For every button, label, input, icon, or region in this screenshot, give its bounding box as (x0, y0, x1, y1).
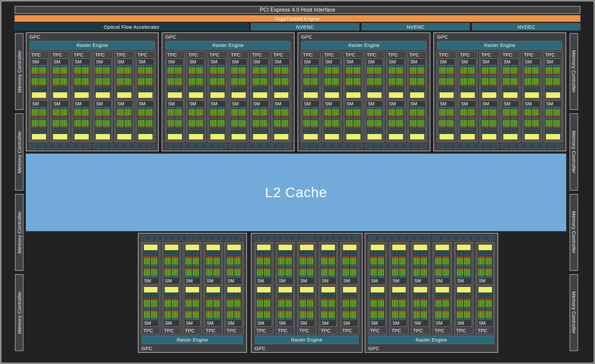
texture-unit (218, 90, 221, 91)
sm-block: SM (481, 58, 498, 99)
sm-label: SM (371, 278, 384, 284)
red-bar (278, 298, 285, 300)
sm-block: SM (387, 58, 405, 99)
red-bar (375, 74, 382, 75)
cache-bar (189, 65, 196, 67)
sm-label: SM (546, 59, 560, 65)
sm-block: SM (341, 285, 358, 327)
sm-partition (346, 65, 353, 87)
sm-partition (96, 65, 102, 87)
yellow-block (96, 134, 110, 140)
texture-unit-row (227, 251, 241, 253)
texture-unit (546, 131, 549, 133)
core-array-block (350, 258, 357, 265)
texture-unit-row (185, 251, 199, 253)
sm-partition (435, 256, 442, 278)
texture-unit (61, 90, 63, 91)
texture-unit (210, 294, 213, 295)
texture-unit-row (321, 294, 335, 295)
cache-bar (282, 76, 289, 78)
red-bar (478, 298, 485, 300)
texture-unit (189, 251, 192, 253)
cache-bar (227, 307, 234, 309)
core-array-block (274, 78, 281, 85)
red-bar (414, 256, 420, 257)
sm-partition (300, 298, 306, 320)
sm-body (210, 107, 225, 140)
sm-label: SM (274, 101, 289, 107)
core-array-block (367, 109, 374, 116)
texture-unit (239, 131, 242, 133)
tpc-label: TPC (434, 328, 451, 333)
crossbar-segment (102, 145, 109, 147)
sm-body (53, 107, 67, 140)
texture-unit (165, 251, 167, 253)
texture-unit (447, 294, 449, 295)
core-array-block (282, 109, 289, 116)
crossbar-segment (83, 145, 90, 147)
red-bar (300, 298, 306, 300)
sm-partition (460, 107, 467, 128)
sm-label: SM (435, 320, 449, 326)
core-array-block (253, 78, 260, 85)
sm-body (185, 287, 199, 320)
core-array-block (39, 67, 46, 74)
sm-partition (74, 65, 81, 87)
sm-partition-row (206, 256, 220, 278)
sm-partition-row (457, 256, 471, 278)
tpc: TPCSMSM (50, 51, 70, 142)
core-array-block (354, 109, 361, 116)
yellow-block (257, 244, 271, 250)
cache-bar (151, 307, 158, 309)
sm-partition (375, 65, 382, 87)
texture-unit (425, 251, 427, 253)
red-bar (165, 309, 171, 311)
cache-bar (53, 118, 60, 120)
tpc: TPCSMSM (322, 51, 342, 142)
red-bar (264, 309, 271, 311)
cache-bar (210, 118, 217, 120)
core-array-block (165, 300, 171, 307)
sm-partition (117, 107, 124, 128)
sm-partition (392, 298, 399, 320)
red-bar (300, 267, 306, 269)
yellow-block (478, 244, 492, 250)
texture-unit-row (227, 294, 241, 295)
texture-unit (368, 131, 370, 133)
sm-block: SM (252, 100, 269, 141)
texture-unit (186, 294, 188, 295)
sm-block: SM (116, 58, 133, 99)
red-bar (332, 74, 339, 75)
texture-unit (53, 131, 56, 133)
red-bar (311, 85, 318, 87)
cache-bar (321, 265, 328, 267)
tpc-label: TPC (366, 52, 383, 57)
texture-unit (274, 131, 277, 133)
texture-unit-row (325, 90, 339, 91)
load-store-bar (257, 254, 271, 255)
gpc-crossbar (166, 144, 227, 148)
core-array-block (354, 120, 361, 127)
tpc-label: TPC (544, 52, 562, 57)
texture-unit (189, 131, 192, 133)
tpc: TPCSMSM (454, 242, 473, 334)
sm-partition (525, 107, 532, 128)
core-array-block (151, 311, 158, 318)
core-array-block (464, 258, 471, 265)
load-store-bar (367, 87, 382, 89)
texture-unit-row (53, 90, 67, 91)
tpc: TPCSMSM (458, 51, 478, 142)
texture-unit (304, 131, 306, 133)
core-array-block (53, 78, 60, 85)
load-store-bar (274, 87, 289, 89)
cache-bar (253, 65, 260, 67)
cache-bar (553, 107, 560, 109)
l2-cache-label: L2 Cache (265, 185, 327, 200)
sm-body (392, 244, 406, 278)
texture-unit (214, 131, 217, 133)
cache-bar (396, 118, 403, 120)
core-array-block (457, 258, 463, 265)
texture-unit (378, 251, 380, 253)
core-array-block (503, 120, 510, 127)
tpc-label: TPC (209, 52, 226, 57)
